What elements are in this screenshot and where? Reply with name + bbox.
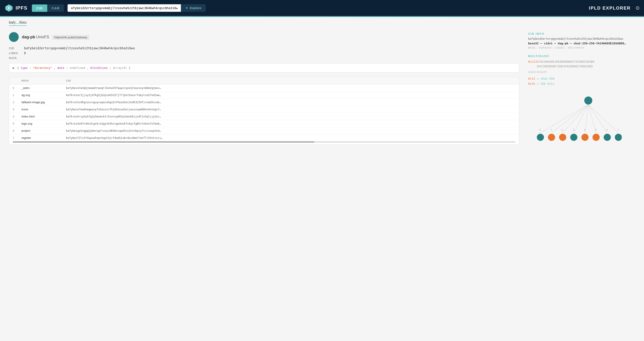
github-icon[interactable]: ⊙ bbox=[636, 5, 640, 11]
row-index: 1 bbox=[9, 92, 18, 99]
row-path: _astro bbox=[18, 84, 62, 92]
explore-label: Explore bbox=[190, 6, 201, 10]
table-row[interactable]: 0 _astro bafybeie3a3qkjmaq43rpaqllbzka35… bbox=[9, 84, 519, 92]
meta-row-cid: CID bafybeid2ertorypgvxmabjltzxovha5z2tb… bbox=[9, 46, 519, 50]
table-row[interactable]: 7 register bafybeif2lck74ayoahnpchapl4jc… bbox=[9, 134, 519, 142]
links-table-head: PATH CID bbox=[9, 77, 519, 84]
multihash-section: MULTIHASH 0x12327A2466E8E1E6ADD800A573CD… bbox=[528, 54, 635, 86]
hash-display: 0x12327A2466E8E1E6ADD800A573CDDD5383B9 D… bbox=[528, 60, 635, 69]
node-header: dag-pb UnixFS ObjectInfo.publicGateway bbox=[9, 32, 519, 42]
code-val-directory: "directory" bbox=[33, 66, 52, 70]
horizontal-scrollbar[interactable] bbox=[13, 141, 516, 143]
row-cid: bafybeie3a3qkjmaq43rpaqllbzka35fqupxlqze… bbox=[62, 84, 519, 92]
row-path: ag.svg bbox=[18, 92, 62, 99]
cid-info-section: CID INFO bafybeid2ertorypgvxmabjltzxovha… bbox=[528, 32, 635, 49]
cid-legend: BASE – VERSION – CODEC – MULTIHASH bbox=[528, 46, 635, 49]
cid-info-title: CID INFO bbox=[528, 32, 635, 36]
graph-edge-7 bbox=[588, 104, 618, 133]
explore-button[interactable]: ✦ Explore bbox=[181, 4, 206, 12]
row-path: project bbox=[18, 127, 62, 134]
row-cid: bafybeie7wa4negwuuyfuhaixcsfhjb5acwo5oij… bbox=[62, 106, 519, 113]
scrollbar-thumb bbox=[13, 141, 314, 143]
graph-node-6[interactable] bbox=[604, 134, 611, 141]
graph-label-5: 5. bbox=[595, 128, 597, 131]
code-arrow[interactable]: ▶ bbox=[13, 66, 14, 70]
row-index: 5 bbox=[9, 120, 18, 127]
code-val-array: Array(0) bbox=[113, 66, 127, 70]
table-row[interactable]: 3 icons bafybeie7wa4negwuuyfuhaixcsfhjb5… bbox=[9, 106, 519, 113]
graph-label-4: 4. bbox=[584, 128, 586, 131]
graph-node-4[interactable] bbox=[582, 134, 588, 141]
hash-code2-hex: 0x32 bbox=[528, 81, 535, 86]
cid-decoded-value: base32 – cidv1 – dag-pb – sha2-256~256~7… bbox=[528, 42, 635, 45]
hash-code-line-2: 0x32 = 256 bits bbox=[528, 81, 635, 86]
col-cid: CID bbox=[62, 77, 519, 84]
breadcrumb-area: bafy…i6wu bbox=[0, 17, 644, 28]
svg-point-2 bbox=[8, 7, 10, 9]
links-table-body: 0 _astro bafybeie3a3qkjmaq43rpaqllbzka35… bbox=[9, 84, 519, 142]
table-row[interactable]: 4 index.html bafkreihruy5yh7q2y5mzmcktr5… bbox=[9, 113, 519, 120]
table-row[interactable]: 2 fallback-image.jpg bafkreihzdhgcwccngu… bbox=[9, 99, 519, 106]
graph-label-6: 6. bbox=[606, 128, 608, 131]
row-path: index.html bbox=[18, 113, 62, 120]
hash-prefix: 0x1232 bbox=[528, 60, 538, 63]
row-path: fallback-image.jpg bbox=[18, 99, 62, 106]
graph-edge-3 bbox=[574, 104, 588, 133]
explore-icon: ✦ bbox=[186, 6, 188, 10]
breadcrumb: bafy…i6wu bbox=[9, 20, 26, 26]
search-area: ✦ Explore bbox=[68, 4, 206, 12]
table-row[interactable]: 6 project bafybeigw2vgpg2ybecog7ccwxidb5… bbox=[9, 127, 519, 134]
table-row[interactable]: 1 ag.svg bafkreiec3jjuy3jd7kg5jb2pido532… bbox=[9, 92, 519, 99]
graph-label-0: 0. bbox=[539, 128, 541, 131]
row-cid: bafkreihruy5yh7q2y5mzmcktr5xvncg4h5y2oen… bbox=[62, 113, 519, 120]
meta-table: CID bafybeid2ertorypgvxmabjltzxovha5z2tb… bbox=[9, 46, 519, 60]
hash-codes: 0x12 = sha2-256 0x32 = 256 bits bbox=[528, 76, 635, 86]
meta-label-data: DATA bbox=[9, 56, 22, 60]
graph-edge-0 bbox=[540, 104, 588, 133]
hash-val1: sha2-256 bbox=[540, 76, 554, 81]
graph-node-1[interactable] bbox=[548, 134, 555, 141]
graph-node-2[interactable] bbox=[559, 134, 566, 141]
row-path: logo.svg bbox=[18, 120, 62, 127]
row-cid: bafybeif2lck74ayoahnpchapl4jcfdum5iubrda… bbox=[62, 134, 519, 142]
graph-node-5[interactable] bbox=[592, 134, 600, 141]
graph-root-node[interactable] bbox=[584, 96, 592, 104]
links-table-header-row: PATH CID bbox=[9, 77, 519, 84]
graph-container: 0. 1. 2. 3. 4. 5. 6. 7. bbox=[528, 92, 622, 150]
row-index: 3 bbox=[9, 106, 18, 113]
links-table-container: PATH CID 0 _astro bafybeie3a3qkjmaq43rpa… bbox=[9, 77, 519, 145]
node-type-label: dag-pb bbox=[22, 35, 35, 39]
hash-eq1: = bbox=[537, 76, 538, 81]
row-index: 7 bbox=[9, 134, 18, 142]
tab-buttons: CID CAR bbox=[32, 4, 64, 12]
graph-label-7: 7. bbox=[617, 128, 619, 131]
graph-label-2: 2. bbox=[562, 128, 564, 131]
page-title: IPLD EXPLORER bbox=[589, 6, 631, 11]
meta-value-links: 8 bbox=[24, 51, 26, 55]
row-path: icons bbox=[18, 106, 62, 113]
row-cid: bafkreidv6fv44u3cgxkra3gytb3hvcgw3vek7x4… bbox=[62, 120, 519, 127]
graph-node-0[interactable] bbox=[537, 134, 544, 141]
node-badge: ObjectInfo.publicGateway bbox=[52, 35, 89, 40]
multihash-title: MULTIHASH bbox=[528, 54, 635, 58]
hash-body2: D4C290585BF73D63F0509082706D1EB5 bbox=[528, 65, 593, 68]
graph-label-1: 1. bbox=[550, 128, 552, 131]
graph-node-7[interactable] bbox=[615, 134, 622, 141]
cid-search-input[interactable] bbox=[68, 4, 181, 12]
cid-full-value: bafybeid2ertorypgvxmabjltzxovha5z2tbjawc… bbox=[528, 37, 635, 40]
graph-edge-6 bbox=[588, 104, 607, 133]
node-type-area: dag-pb UnixFS ObjectInfo.publicGateway bbox=[22, 35, 89, 40]
tab-car-button[interactable]: CAR bbox=[47, 4, 64, 12]
tab-cid-button[interactable]: CID bbox=[32, 4, 47, 12]
code-val-undefined: undefined bbox=[69, 66, 85, 70]
graph-label-3: 3. bbox=[573, 128, 575, 131]
row-cid: bafybeigw2vgpg2ybecog7ccwxidb56xcqad2xx2… bbox=[62, 127, 519, 134]
row-index: 0 bbox=[9, 84, 18, 92]
left-panel: dag-pb UnixFS ObjectInfo.publicGateway C… bbox=[9, 32, 519, 150]
hash-val2: 256 bits bbox=[540, 81, 554, 86]
table-row[interactable]: 5 logo.svg bafkreidv6fv44u3cgxkra3gytb3h… bbox=[9, 120, 519, 127]
node-fs-value: UnixFS bbox=[36, 35, 49, 39]
main-content: dag-pb UnixFS ObjectInfo.publicGateway C… bbox=[0, 28, 644, 154]
header: IPFS CID CAR ✦ Explore IPLD EXPLORER ⊙ bbox=[0, 0, 644, 16]
graph-node-3[interactable] bbox=[570, 134, 577, 141]
